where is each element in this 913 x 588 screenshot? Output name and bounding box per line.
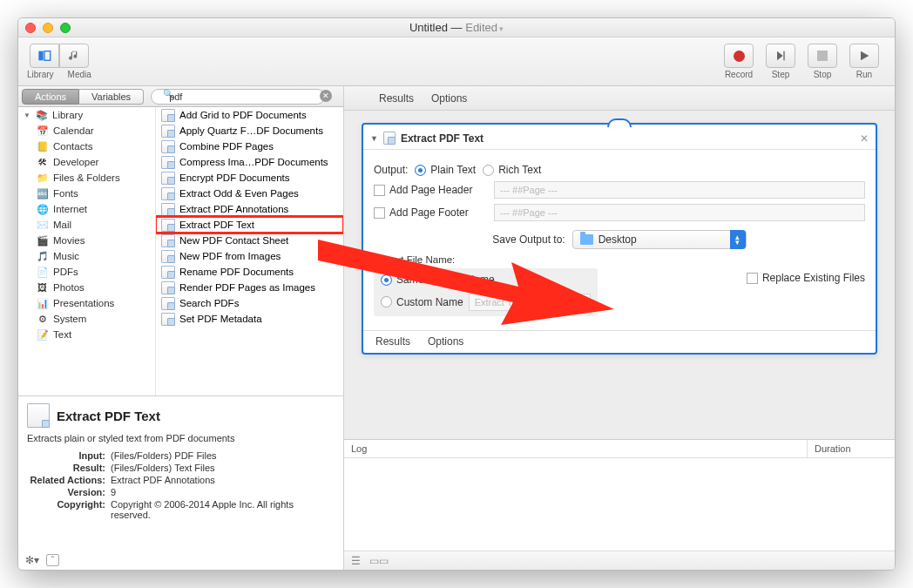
info-footer: ✻▾ ⌃ (25, 554, 59, 566)
card-connector-top (607, 118, 632, 127)
card-tab-options[interactable]: Options (428, 335, 463, 348)
action-item[interactable]: Apply Quartz F…DF Documents (156, 123, 343, 139)
stop-label: Stop (814, 70, 832, 79)
library-item[interactable]: 📊Presentations (18, 295, 155, 311)
log-col-duration[interactable]: Duration (808, 440, 895, 457)
checkbox-add-footer[interactable]: Add Page Footer (374, 206, 487, 219)
library-tree[interactable]: ▼📚Library📅Calendar📒Contacts🛠Developer📁Fi… (18, 107, 156, 395)
record-button[interactable] (724, 44, 754, 68)
svg-rect-0 (38, 51, 43, 61)
run-button[interactable] (849, 44, 879, 68)
checkbox-add-header[interactable]: Add Page Header (374, 184, 487, 196)
library-label: Library (27, 70, 54, 79)
action-item[interactable]: New PDF from Images (156, 248, 343, 264)
radio-rich-text[interactable]: Rich Text (483, 164, 541, 176)
music-note-icon (67, 49, 81, 63)
close-card-icon[interactable]: ✕ (860, 132, 869, 145)
list-view-icon[interactable]: ☰ (351, 555, 361, 567)
library-item[interactable]: 📒Contacts (18, 139, 155, 154)
library-item[interactable]: 📁Files & Folders (18, 170, 155, 186)
action-item[interactable]: Extract PDF Annotations (156, 201, 343, 217)
window-title: Untitled (409, 21, 448, 34)
run-label: Run (856, 70, 872, 79)
action-item[interactable]: Compress Ima…PDF Documents (156, 154, 343, 170)
titlebar: Untitled — Edited (18, 18, 895, 37)
action-card-extract-pdf-text: ▼ Extract PDF Text ✕ Output: Plain Text … (362, 123, 877, 355)
step-label: Step (772, 70, 790, 79)
library-item[interactable]: 🎬Movies (18, 233, 155, 248)
step-button[interactable] (766, 44, 795, 68)
info-description: Extracts plain or styled text from PDF d… (27, 433, 335, 443)
output-format-row: Output: Plain Text Rich Text (374, 164, 865, 176)
action-item[interactable]: Encrypt PDF Documents (156, 170, 343, 186)
wf-tab-results[interactable]: Results (379, 92, 414, 105)
clear-search-icon[interactable]: ✕ (320, 90, 332, 102)
library-item[interactable]: 📝Text (18, 327, 155, 342)
info-row: Version:9 (27, 487, 335, 497)
checkbox-replace-existing[interactable]: Replace Existing Files (747, 272, 865, 284)
library-button[interactable] (30, 44, 59, 68)
log-col-log[interactable]: Log (344, 440, 808, 457)
step-icon (774, 49, 788, 63)
actions-list[interactable]: Add Grid to PDF DocumentsApply Quartz F…… (156, 107, 343, 395)
info-row: Related Actions:Extract PDF Annotations (27, 475, 335, 485)
custom-name-input[interactable] (469, 294, 591, 311)
pdf-action-icon (383, 132, 396, 145)
radio-custom-name[interactable]: Custom Name (381, 296, 463, 308)
tab-variables[interactable]: Variables (79, 89, 144, 105)
action-item[interactable]: Combine PDF Pages (156, 139, 343, 154)
library-item[interactable]: 🛠Developer (18, 154, 155, 170)
panels-icon (37, 49, 51, 63)
search-input[interactable] (151, 89, 325, 105)
library-item[interactable]: ✉️Mail (18, 217, 155, 233)
action-item[interactable]: New PDF Contact Sheet (156, 233, 343, 248)
radio-plain-text[interactable]: Plain Text (415, 164, 476, 176)
action-item[interactable]: Rename PDF Documents (156, 264, 343, 280)
folder-icon (580, 234, 593, 245)
toolbar: Library Media Record Step Stop (18, 37, 895, 86)
action-item[interactable]: Search PDFs (156, 295, 343, 311)
action-item[interactable]: Set PDF Metadata (156, 311, 343, 327)
library-item[interactable]: ⚙System (18, 311, 155, 327)
library-root[interactable]: ▼📚Library (18, 107, 155, 123)
pdf-action-icon (27, 403, 50, 428)
action-item[interactable]: Extract Odd & Even Pages (156, 186, 343, 201)
action-info-panel: Extract PDF Text Extracts plain or style… (18, 395, 343, 570)
header-input[interactable] (494, 181, 865, 199)
library-item[interactable]: 📄PDFs (18, 264, 155, 280)
card-tab-results[interactable]: Results (375, 335, 410, 348)
library-item[interactable]: 🔤Fonts (18, 186, 155, 201)
action-item[interactable]: Extract PDF Text (156, 217, 343, 233)
library-item[interactable]: 🖼Photos (18, 280, 155, 295)
tab-actions[interactable]: Actions (22, 89, 79, 105)
log-body (344, 458, 895, 551)
grid-view-icon[interactable]: ▭▭ (369, 555, 389, 567)
search-icon: 🔍 (163, 89, 173, 98)
library-item[interactable]: 🌐Internet (18, 201, 155, 217)
wf-tab-options[interactable]: Options (431, 92, 467, 105)
svg-rect-2 (783, 51, 784, 61)
stop-icon (817, 51, 828, 61)
stop-button[interactable] (808, 44, 837, 68)
disclosure-icon[interactable]: ▼ (370, 134, 378, 143)
footer-input[interactable] (494, 204, 865, 221)
record-icon (734, 51, 745, 62)
media-label: Media (68, 70, 91, 79)
info-title: Extract PDF Text (57, 409, 160, 423)
info-row: Result:(Files/Folders) Text Files (27, 463, 335, 473)
save-to-label: Save Output to: (492, 233, 565, 246)
record-label: Record (725, 70, 753, 79)
window-status[interactable]: Edited (465, 21, 504, 34)
chevron-updown-icon: ▴▾ (730, 230, 746, 249)
library-item[interactable]: 📅Calendar (18, 123, 155, 139)
radio-same-as-input[interactable]: Same as Input Name (381, 274, 495, 286)
library-item[interactable]: 🎵Music (18, 248, 155, 264)
media-button[interactable] (59, 44, 89, 68)
action-item[interactable]: Add Grid to PDF Documents (156, 107, 343, 123)
workflow-canvas[interactable]: ▼ Extract PDF Text ✕ Output: Plain Text … (344, 111, 895, 439)
gear-icon[interactable]: ✻▾ (25, 554, 39, 566)
expand-icon[interactable]: ⌃ (46, 554, 59, 566)
info-row: Copyright:Copyright © 2006-2014 Apple In… (27, 499, 335, 520)
save-to-dropdown[interactable]: Desktop ▴▾ (572, 230, 747, 249)
action-item[interactable]: Render PDF Pages as Images (156, 280, 343, 295)
